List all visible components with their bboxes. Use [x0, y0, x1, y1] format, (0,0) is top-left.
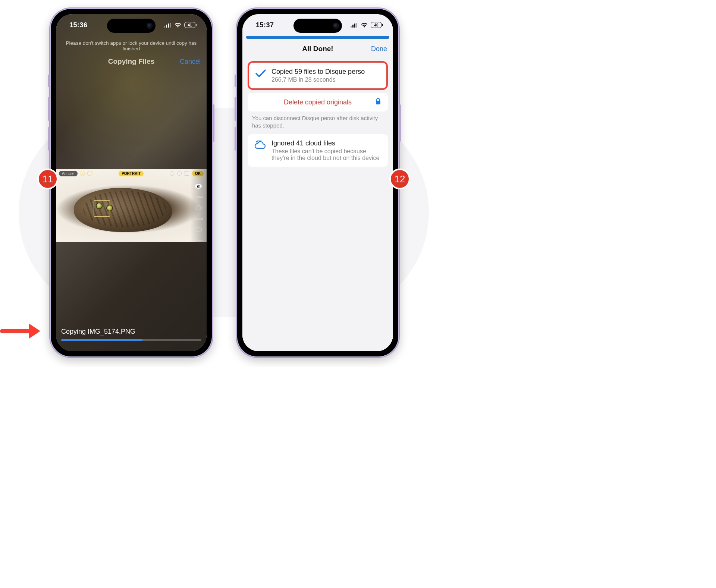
- copied-subtitle: 266,7 MB in 28 seconds: [271, 76, 365, 83]
- battery-icon: 41: [184, 22, 195, 28]
- page-title: Copying Files: [108, 57, 155, 66]
- copied-summary-card: Copied 59 files to Disque perso 266,7 MB…: [248, 61, 388, 90]
- done-button[interactable]: Done: [371, 45, 387, 53]
- svg-rect-4: [351, 26, 352, 28]
- screen-copying: 15:36 41 Please don't switch apps or loc…: [56, 14, 207, 351]
- battery-icon: 40: [371, 22, 382, 28]
- cloud-sync-icon: [254, 141, 266, 151]
- callout-arrow: [0, 323, 42, 340]
- annuler-chip: Annuler: [59, 171, 78, 176]
- cellular-icon: [351, 23, 358, 28]
- delete-originals-button[interactable]: Delete copied originals: [248, 93, 388, 111]
- cancel-button[interactable]: Cancel: [180, 58, 201, 66]
- adjust-icon: ◌: [195, 205, 202, 210]
- phone-right-frame: 15:37 40 All Done! Done Copie: [236, 7, 400, 358]
- filters-icon: [195, 227, 202, 232]
- svg-rect-1: [166, 25, 167, 28]
- ignored-cloud-card[interactable]: Ignored 41 cloud files These files can't…: [248, 134, 388, 167]
- preview-thumbnail: Annuler i PORTRAIT OK ◐ Portrait: [56, 169, 207, 242]
- tool-icon: [185, 171, 189, 176]
- progress-bar: [61, 339, 201, 341]
- status-time: 15:36: [69, 21, 88, 29]
- ignored-subtitle: These files can't be copied because they…: [271, 148, 382, 161]
- phone-left-frame: 15:36 41 Please don't switch apps or loc…: [49, 7, 213, 358]
- step-badge-12: 12: [389, 169, 410, 189]
- sidebar-portrait-label: Portrait: [194, 195, 203, 199]
- svg-rect-8: [376, 101, 380, 104]
- svg-rect-2: [168, 23, 169, 28]
- page-title: All Done!: [302, 45, 333, 53]
- wifi-icon: [174, 22, 182, 28]
- svg-rect-6: [354, 23, 355, 28]
- svg-rect-7: [356, 23, 357, 28]
- portrait-chip: PORTRAIT: [119, 171, 144, 176]
- warning-text: Please don't switch apps or lock your de…: [56, 40, 207, 51]
- sidebar-adjust-label: Ajuster: [194, 217, 203, 220]
- ignored-title: Ignored 41 cloud files: [271, 139, 382, 147]
- lock-icon: [375, 98, 381, 107]
- copied-title: Copied 59 files to Disque perso: [271, 68, 365, 76]
- info-icon: i: [80, 171, 85, 176]
- svg-rect-0: [164, 26, 165, 28]
- dynamic-island: [107, 19, 156, 33]
- tool-icon: [177, 171, 182, 176]
- flash-icon: ◐: [195, 184, 202, 189]
- status-time: 15:37: [256, 21, 274, 29]
- disconnect-note: You can disconnect Disque perso after di…: [252, 114, 383, 130]
- copying-filename: Copying IMG_5174.PNG: [61, 328, 201, 336]
- cellular-icon: [164, 23, 172, 28]
- face-detection-box: [94, 200, 110, 217]
- screen-all-done: 15:37 40 All Done! Done Copie: [242, 14, 393, 351]
- flash-icon: [87, 171, 92, 176]
- sidebar-filters-label: Filtres: [194, 239, 202, 242]
- dynamic-island: [293, 19, 342, 33]
- step-badge-11: 11: [37, 169, 58, 189]
- svg-rect-5: [352, 25, 354, 28]
- svg-rect-3: [170, 23, 171, 28]
- tool-icon: [170, 171, 174, 176]
- check-icon: [255, 69, 266, 78]
- wifi-icon: [361, 22, 368, 28]
